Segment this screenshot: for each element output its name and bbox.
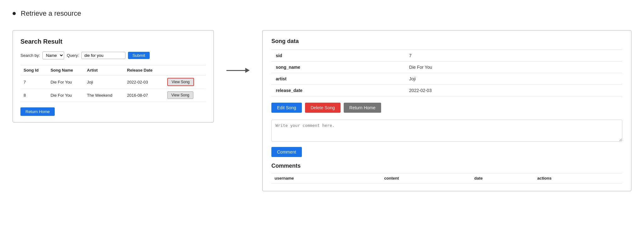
cell-action: View Song (164, 89, 206, 102)
cell-release-date: 2022-02-03 (124, 75, 164, 89)
song-data-panel: Song data sid7song_nameDie For Youartist… (262, 30, 631, 191)
comments-col-actions: actions (534, 173, 622, 183)
arrow-head (245, 68, 250, 73)
view-song-button-7[interactable]: View Song (167, 78, 194, 86)
delete-song-button[interactable]: Delete Song (305, 103, 341, 113)
col-song-id: Song Id (20, 65, 47, 75)
search-bar: Search by: Name Artist ID Query: Submit (20, 51, 206, 59)
cell-song-id: 7 (20, 75, 47, 89)
arrow (226, 68, 250, 73)
song-field-key: release_date (271, 85, 405, 96)
comment-button[interactable]: Comment (271, 147, 302, 157)
col-artist: Artist (84, 65, 124, 75)
cell-action: View Song (164, 75, 206, 89)
search-by-label: Search by: (20, 53, 40, 58)
song-field-value: Joji (405, 73, 622, 85)
cell-artist: The Weekend (84, 89, 124, 102)
comments-table: usernamecontentdateactions (271, 173, 622, 183)
comment-textarea[interactable] (271, 120, 622, 142)
song-return-home-button[interactable]: Return Home (344, 103, 381, 113)
song-data-row: artistJoji (271, 73, 622, 85)
song-field-key: sid (271, 50, 405, 62)
comments-col-username: username (271, 173, 381, 183)
bullet-point (13, 12, 16, 15)
song-data-row: sid7 (271, 50, 622, 62)
edit-song-button[interactable]: Edit Song (271, 103, 302, 113)
main-content: Search Result Search by: Name Artist ID … (13, 30, 631, 191)
results-table: Song Id Song Name Artist Release Date 7D… (20, 65, 206, 102)
comments-section-title: Comments (271, 163, 622, 169)
search-panel-title: Search Result (20, 38, 206, 45)
song-data-row: song_nameDie For You (271, 62, 622, 73)
cell-song-name: Die For You (47, 89, 84, 102)
action-buttons: Edit Song Delete Song Return Home (271, 103, 622, 113)
comments-col-content: content (381, 173, 471, 183)
search-result-panel: Search Result Search by: Name Artist ID … (13, 30, 214, 122)
song-field-key: artist (271, 73, 405, 85)
cell-release-date: 2016-08-07 (124, 89, 164, 102)
song-data-table: sid7song_nameDie For YouartistJojireleas… (271, 50, 622, 96)
search-return-home-button[interactable]: Return Home (20, 107, 55, 116)
table-row: 7Die For YouJoji2022-02-03View Song (20, 75, 206, 89)
cell-artist: Joji (84, 75, 124, 89)
song-field-value: 2022-02-03 (405, 85, 622, 96)
col-release-date: Release Date (124, 65, 164, 75)
page-title: Retrieve a resource (21, 9, 81, 18)
song-field-value: 7 (405, 50, 622, 62)
cell-song-name: Die For You (47, 75, 84, 89)
search-by-select[interactable]: Name Artist ID (42, 51, 64, 59)
view-song-button-8[interactable]: View Song (167, 91, 193, 99)
arrow-line (226, 70, 245, 71)
submit-button[interactable]: Submit (128, 52, 149, 59)
song-field-value: Die For You (405, 62, 622, 73)
col-action (164, 65, 206, 75)
page-header: Retrieve a resource (13, 9, 631, 18)
search-input[interactable] (81, 52, 125, 59)
arrow-container (226, 30, 250, 73)
col-song-name: Song Name (47, 65, 84, 75)
cell-song-id: 8 (20, 89, 47, 102)
song-data-row: release_date2022-02-03 (271, 85, 622, 96)
comments-col-date: date (471, 173, 534, 183)
query-label: Query: (67, 53, 79, 58)
table-row: 8Die For YouThe Weekend2016-08-07View So… (20, 89, 206, 102)
song-panel-title: Song data (271, 38, 622, 45)
song-field-key: song_name (271, 62, 405, 73)
